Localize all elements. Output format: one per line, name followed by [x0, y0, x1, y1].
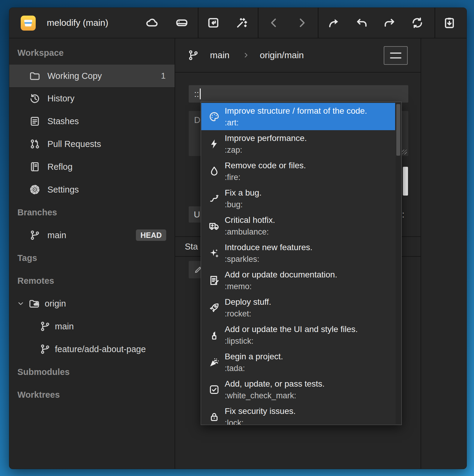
- sidebar-item-label: Reflog: [47, 155, 73, 178]
- undo-icon: [355, 16, 368, 29]
- palette-icon: [208, 111, 220, 122]
- sidebar-item-pull-requests[interactable]: Pull Requests: [9, 133, 175, 155]
- clipboard-down-button[interactable]: [440, 14, 458, 32]
- upstream-branch[interactable]: origin/main: [260, 38, 304, 72]
- gitmoji-description: Add, update, or pass tests.: [225, 379, 325, 389]
- zap-icon: [208, 138, 220, 150]
- folder-icon: [29, 70, 40, 82]
- gitmoji-item-zap[interactable]: Improve performance.:zap:: [201, 130, 395, 157]
- sidebar-item-label: origin: [45, 292, 66, 315]
- gitmoji-code: :white_check_mark:: [225, 391, 296, 400]
- bug-icon: [208, 193, 220, 204]
- sidebar-item-stashes[interactable]: Stashes: [9, 110, 175, 133]
- gitmoji-item-lipstick[interactable]: Add or update the UI and style files.:li…: [201, 321, 395, 349]
- drive-icon: [175, 16, 188, 29]
- description-placeholder: D: [194, 115, 200, 125]
- redo-button[interactable]: [380, 14, 398, 32]
- gitmoji-item-ambulance[interactable]: Critical hotfix.:ambulance:: [201, 212, 395, 239]
- magic-wand-button[interactable]: [233, 14, 251, 32]
- gitmoji-code: :ambulance:: [225, 227, 269, 237]
- gitmoji-item-memo[interactable]: Add or update documentation.:memo:: [201, 267, 395, 294]
- drive-button[interactable]: [173, 14, 191, 32]
- sparkles-icon: [208, 247, 220, 259]
- gitmoji-item-rocket[interactable]: Deploy stuff.:rocket:: [201, 294, 395, 321]
- menu-button[interactable]: [384, 46, 408, 65]
- magic-wand-icon: [235, 16, 248, 29]
- sidebar-section-submodules[interactable]: Submodules: [9, 361, 175, 383]
- sidebar-item-origin[interactable]: origin: [9, 292, 175, 315]
- section-label: Tags: [17, 247, 37, 269]
- gitmoji-item-white-check-mark[interactable]: Add, update, or pass tests.:white_check_…: [201, 376, 395, 403]
- sidebar-item-label: History: [47, 87, 74, 110]
- sidebar-item-feature-add-about-page[interactable]: feature/add-about-page: [9, 338, 175, 361]
- nav-forward-icon: [295, 16, 308, 29]
- gitmoji-code: :tada:: [225, 364, 245, 373]
- gitmoji-item-fire[interactable]: Remove code or files.:fire:: [201, 157, 395, 185]
- scrollbar-thumb[interactable]: [403, 167, 408, 196]
- dropdown-scrollbar[interactable]: [396, 103, 401, 424]
- sidebar-item-main[interactable]: main: [9, 315, 175, 338]
- nav-forward-button[interactable]: [293, 14, 311, 32]
- gitmoji-description: Begin a project.: [225, 352, 283, 361]
- app-window: melodify (main) WorkspaceWorking Copy1Hi…: [9, 7, 467, 469]
- toolbar-separator: [258, 8, 259, 38]
- gitmoji-description: Add or update documentation.: [225, 270, 337, 280]
- redo-icon: [383, 16, 396, 29]
- chevron-right-icon: [242, 51, 250, 59]
- occluded-right-text: :: [402, 206, 404, 223]
- gitmoji-item-sparkles[interactable]: Introduce new features.:sparkles:: [201, 239, 395, 267]
- section-label: Worktrees: [17, 383, 60, 406]
- gitmoji-code: :sparkles:: [225, 255, 260, 264]
- head-badge: HEAD: [136, 229, 166, 241]
- cloud-button[interactable]: [143, 14, 161, 32]
- sync-button[interactable]: [408, 14, 426, 32]
- pull-request-icon: [29, 138, 40, 150]
- commit-summary-input[interactable]: ::: [189, 85, 408, 103]
- gitmoji-item-bug[interactable]: Fix a bug.:bug:: [201, 185, 395, 212]
- dropdown-scrollbar-thumb[interactable]: [396, 104, 400, 156]
- sidebar-section-remotes[interactable]: Remotes: [9, 269, 175, 292]
- gear-icon: [29, 184, 40, 195]
- toolbar-separator: [434, 8, 435, 38]
- sidebar-section-worktrees[interactable]: Worktrees: [9, 383, 175, 406]
- memo-icon: [208, 275, 220, 286]
- sidebar-item-reflog[interactable]: Reflog: [9, 155, 175, 178]
- sidebar-item-label: main: [55, 315, 74, 338]
- gitmoji-item-art[interactable]: Improve structure / format of the code.:…: [201, 103, 395, 130]
- gitmoji-code: :memo:: [225, 282, 252, 291]
- resize-grip-icon[interactable]: [402, 150, 407, 154]
- nav-back-button[interactable]: [265, 14, 283, 32]
- summary-text: ::: [194, 89, 199, 99]
- undo-button[interactable]: [353, 14, 371, 32]
- count-badge: 1: [161, 64, 166, 87]
- sidebar-section-workspace: Workspace: [9, 41, 175, 64]
- box-return-button[interactable]: [204, 14, 222, 32]
- sidebar-item-history[interactable]: History: [9, 87, 175, 110]
- share-button[interactable]: [325, 14, 343, 32]
- sidebar-item-main[interactable]: mainHEAD: [9, 224, 175, 247]
- gitmoji-code: :zap:: [225, 145, 242, 155]
- clipboard-down-icon: [443, 16, 456, 29]
- sidebar-item-settings[interactable]: Settings: [9, 178, 175, 201]
- gitmoji-item-tada[interactable]: Begin a project.:tada:: [201, 349, 395, 376]
- branch-header: main origin/main: [175, 38, 421, 73]
- sidebar-item-label: feature/add-about-page: [55, 338, 146, 361]
- rocket-icon: [208, 302, 220, 313]
- history-icon: [29, 93, 40, 104]
- lock-icon: [208, 411, 220, 423]
- sidebar-section-branches[interactable]: Branches: [9, 201, 175, 224]
- gitmoji-code: :rocket:: [225, 309, 251, 319]
- gitmoji-description: Remove code or files.: [225, 161, 306, 170]
- sidebar-item-working-copy[interactable]: Working Copy1: [9, 64, 175, 88]
- gitmoji-code: :fire:: [225, 173, 241, 182]
- ambulance-icon: [208, 220, 220, 232]
- branch-icon: [39, 321, 51, 332]
- gitmoji-description: Deploy stuff.: [225, 297, 271, 307]
- current-branch[interactable]: main: [210, 38, 230, 72]
- branch-icon: [187, 49, 199, 61]
- gitmoji-item-lock[interactable]: Fix security issues.:lock:: [201, 403, 395, 425]
- sidebar-item-label: Pull Requests: [47, 133, 101, 155]
- tada-icon: [208, 357, 220, 368]
- section-label: Submodules: [17, 361, 70, 383]
- sidebar-section-tags[interactable]: Tags: [9, 247, 175, 269]
